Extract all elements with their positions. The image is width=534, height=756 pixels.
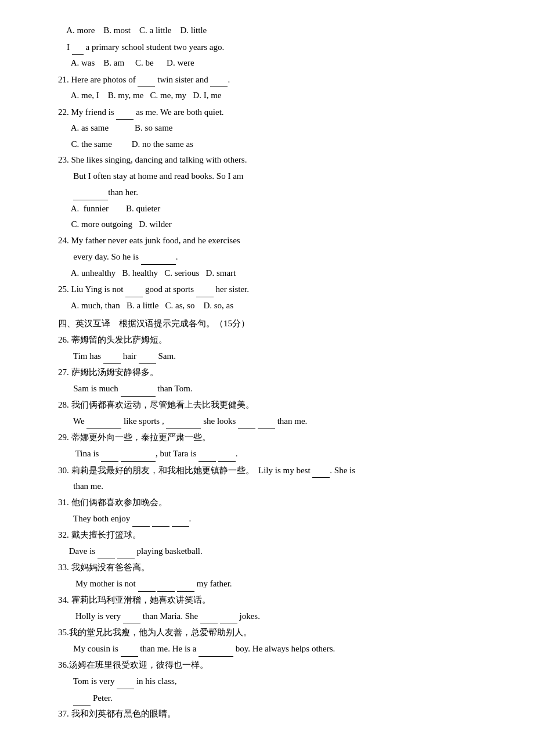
text: C. more outgoing D. wilder bbox=[58, 219, 172, 229]
text: 22. My friend is as me. We are both quie… bbox=[58, 107, 224, 117]
text: Holly is very than Maria. She jokes. bbox=[58, 611, 260, 621]
text: We like sports , she looks than me. bbox=[58, 416, 307, 426]
line-23: Sam is much than Tom. bbox=[58, 381, 488, 397]
text: A. funnier B. quieter bbox=[58, 204, 160, 213]
line-34: 33. 我妈妈没有爸爸高。 bbox=[58, 560, 488, 575]
text: 32. 戴夫擅长打篮球。 bbox=[58, 530, 141, 539]
line-5: A. me, I B. my, me C. me, my D. I, me bbox=[58, 88, 488, 103]
text: Tim has hair Sam. bbox=[58, 351, 176, 361]
text: 29. 蒂娜更外向一些，泰拉更严肃一些。 bbox=[58, 433, 211, 442]
line-22: 27. 萨姆比汤姆安静得多。 bbox=[58, 365, 488, 380]
line-32: 32. 戴夫擅长打篮球。 bbox=[58, 528, 488, 543]
text: They both enjoy . bbox=[58, 514, 191, 523]
text: A. as same B. so same bbox=[58, 123, 172, 132]
text: than me. bbox=[58, 481, 103, 491]
line-6: 22. My friend is as me. We are both quie… bbox=[58, 105, 488, 120]
line-8: C. the same D. no the same as bbox=[58, 137, 488, 152]
text: 25. Liu Ying is not good at sports her s… bbox=[58, 285, 249, 294]
line-17: 25. Liu Ying is not good at sports her s… bbox=[58, 282, 488, 297]
line-13: C. more outgoing D. wilder bbox=[58, 217, 488, 232]
line-7: A. as same B. so same bbox=[58, 121, 488, 136]
line-41: Tom is very in his class, bbox=[58, 674, 488, 689]
text: 23. She likes singing, dancing and talki… bbox=[58, 155, 247, 164]
line-36: 34. 霍莉比玛利亚滑稽，她喜欢讲笑话。 bbox=[58, 593, 488, 608]
text: 34. 霍莉比玛利亚滑稽，她喜欢讲笑话。 bbox=[58, 595, 211, 604]
text: Tom is very in his class, bbox=[58, 676, 177, 686]
line-21: Tim has hair Sam. bbox=[58, 348, 488, 364]
text: 24. My father never eats junk food, and … bbox=[58, 236, 240, 245]
text: 30. 莉莉是我最好的朋友，和我相比她更镇静一些。 Lily is my bes… bbox=[58, 466, 355, 475]
text: Dave is playing basketball. bbox=[58, 546, 203, 556]
text: 35.我的堂兄比我瘦，他为人友善，总爱帮助别人。 bbox=[58, 628, 252, 637]
text: My cousin is than me. He is a boy. He al… bbox=[58, 644, 335, 653]
text: 21. Here are photos of twin sister and . bbox=[58, 75, 230, 84]
line-43: 37. 我和刘英都有黑色的眼睛。 bbox=[58, 707, 488, 722]
text: 37. 我和刘英都有黑色的眼睛。 bbox=[58, 709, 176, 718]
page-content: A. more B. most C. a little D. little I … bbox=[58, 23, 488, 722]
section-header: 四、英汉互译 根据汉语提示完成各句。（15分） bbox=[58, 319, 250, 328]
line-14: 24. My father never eats junk food, and … bbox=[58, 233, 488, 249]
text: every day. So he is . bbox=[58, 252, 178, 261]
line-31: They both enjoy . bbox=[58, 511, 488, 527]
line-2: I a primary school student two years ago… bbox=[58, 39, 488, 55]
line-15: every day. So he is . bbox=[58, 249, 488, 265]
text: 31. 他们俩都喜欢参加晚会。 bbox=[58, 498, 167, 507]
text: 28. 我们俩都喜欢运动，尽管她看上去比我更健美。 bbox=[58, 400, 254, 409]
line-1: A. more B. most C. a little D. little bbox=[58, 23, 488, 38]
line-35: My mother is not my father. bbox=[58, 576, 488, 592]
text: C. the same D. no the same as bbox=[58, 139, 193, 149]
line-40: 36.汤姆在班里很受欢迎，彼得也一样。 bbox=[58, 658, 488, 673]
line-39: My cousin is than me. He is a boy. He al… bbox=[58, 641, 488, 657]
line-26: 29. 蒂娜更外向一些，泰拉更严肃一些。 bbox=[58, 430, 488, 445]
text: 27. 萨姆比汤姆安静得多。 bbox=[58, 368, 158, 377]
text: 26. 蒂姆留的头发比萨姆短。 bbox=[58, 335, 167, 344]
text: than her. bbox=[58, 188, 138, 197]
line-11: than her. bbox=[58, 185, 488, 200]
text: A. more B. most C. a little D. little bbox=[58, 26, 207, 35]
line-10: But I often stay at home and read books.… bbox=[58, 169, 488, 184]
text: A. me, I B. my, me C. me, my D. I, me bbox=[58, 91, 222, 100]
text: A. much, than B. a little C. as, so D. s… bbox=[58, 301, 233, 310]
line-12: A. funnier B. quieter bbox=[58, 201, 488, 217]
line-3: A. was B. am C. be D. were bbox=[58, 56, 488, 71]
text: Sam is much than Tom. bbox=[58, 384, 193, 393]
text: I a primary school student two years ago… bbox=[58, 42, 224, 52]
text: A. was B. am C. be D. were bbox=[58, 58, 194, 67]
line-42: Peter. bbox=[58, 690, 488, 706]
line-9: 23. She likes singing, dancing and talki… bbox=[58, 153, 488, 168]
text: A. unhealthy B. healthy C. serious D. sm… bbox=[58, 268, 236, 278]
line-29: than me. bbox=[58, 479, 488, 494]
line-38: 35.我的堂兄比我瘦，他为人友善，总爱帮助别人。 bbox=[58, 625, 488, 640]
text: My mother is not my father. bbox=[58, 579, 232, 588]
line-25: We like sports , she looks than me. bbox=[58, 413, 488, 429]
line-16: A. unhealthy B. healthy C. serious D. sm… bbox=[58, 266, 488, 281]
line-37: Holly is very than Maria. She jokes. bbox=[58, 609, 488, 624]
line-4: 21. Here are photos of twin sister and . bbox=[58, 72, 488, 88]
line-27: Tina is , but Tara is . bbox=[58, 446, 488, 462]
text: 33. 我妈妈没有爸爸高。 bbox=[58, 563, 150, 572]
text: Peter. bbox=[58, 693, 113, 703]
text: But I often stay at home and read books.… bbox=[58, 171, 244, 181]
line-19: 四、英汉互译 根据汉语提示完成各句。（15分） bbox=[58, 316, 488, 332]
line-28: 30. 莉莉是我最好的朋友，和我相比她更镇静一些。 Lily is my bes… bbox=[58, 463, 488, 478]
line-18: A. much, than B. a little C. as, so D. s… bbox=[58, 298, 488, 314]
line-24: 28. 我们俩都喜欢运动，尽管她看上去比我更健美。 bbox=[58, 398, 488, 413]
line-20: 26. 蒂姆留的头发比萨姆短。 bbox=[58, 333, 488, 348]
line-30: 31. 他们俩都喜欢参加晚会。 bbox=[58, 495, 488, 510]
line-33: Dave is playing basketball. bbox=[58, 543, 488, 559]
text: 36.汤姆在班里很受欢迎，彼得也一样。 bbox=[58, 660, 208, 669]
text: Tina is , but Tara is . bbox=[58, 449, 238, 458]
